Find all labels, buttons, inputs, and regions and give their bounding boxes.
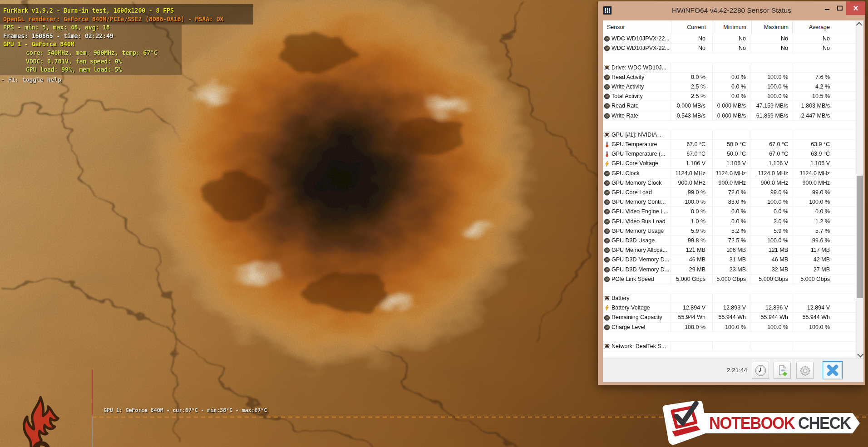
column-header-current[interactable]: Current xyxy=(671,20,713,34)
notebookcheck-text-secondary: CHECK xyxy=(798,413,851,433)
sensor-row[interactable]: Charge Level100.0 %100.0 %100.0 %100.0 % xyxy=(603,323,856,332)
sensor-row[interactable]: WDC WD10JPVX-22...NoNoNoNo xyxy=(603,34,856,44)
sensor-value: 12.893 V xyxy=(713,303,751,312)
gauge-icon xyxy=(603,208,612,215)
spacer-row xyxy=(603,121,856,130)
sensor-panel: Sensor Current Minimum Maximum Average W… xyxy=(603,20,863,382)
osd-line: VDDC: 0.781V, fan speed: 0% xyxy=(3,57,276,66)
sensor-value: 29 MB xyxy=(671,265,713,274)
sensor-value: No xyxy=(671,44,713,53)
sensor-row[interactable]: GPU Core Voltage1.106 V1.106 V1.106 V1.1… xyxy=(603,159,856,168)
gauge-icon xyxy=(603,35,612,42)
sensor-row[interactable]: GPU Video Bus Load1.0 %0.0 %3.0 %1.2 % xyxy=(603,217,856,226)
sensor-row[interactable]: GPU Memory Contr...100.0 %83.0 %100.0 %1… xyxy=(603,197,856,207)
sensor-row[interactable]: GPU Memory Usage5.9 %5.2 %5.9 %5.7 % xyxy=(603,226,856,236)
gauge-icon xyxy=(603,237,612,244)
sensor-row[interactable]: Total Activity2.5 %0.0 %100.0 %10.5 % xyxy=(603,92,856,101)
sensor-row[interactable]: Remaining Capacity55.944 Wh55.944 Wh55.9… xyxy=(603,313,856,322)
sensor-row[interactable]: GPU Memory Alloca...121 MB106 MB121 MB11… xyxy=(603,246,856,255)
sensor-value: 0.0 % xyxy=(671,73,713,82)
sensor-value: 2.447 MB/s xyxy=(792,111,856,120)
sensor-row[interactable]: GPU D3D Memory D...29 MB23 MB32 MB27 MB xyxy=(603,265,856,275)
minimize-button[interactable] xyxy=(821,1,833,15)
sensor-row[interactable]: Write Rate0.543 MB/s0.000 MB/s61.869 MB/… xyxy=(603,111,856,121)
sensor-value: 0.0 % xyxy=(713,207,751,216)
spacer-row xyxy=(603,53,856,63)
sensor-row[interactable]: PCIe Link Speed5.000 Gbps5.000 Gbps5.000… xyxy=(603,275,856,284)
gauge-icon xyxy=(603,228,612,234)
gauge-icon xyxy=(603,314,612,321)
empty-cell xyxy=(792,342,856,351)
gauge-icon xyxy=(603,180,612,186)
hwinfo-titlebar[interactable]: HWiNFO64 v4.42-2280 Sensor Status xyxy=(598,1,865,20)
sensor-value: 0.000 MB/s xyxy=(713,101,751,110)
sensor-value: 0.000 MB/s xyxy=(713,111,751,120)
sensor-value: 1.106 V xyxy=(792,159,856,168)
empty-cell xyxy=(792,294,856,303)
chip-icon xyxy=(603,132,612,138)
settings-button[interactable] xyxy=(796,362,814,379)
sensor-value: 99.0 % xyxy=(671,188,713,197)
notebookcheck-text-primary: NOTEBOOK xyxy=(709,413,794,433)
sensor-row[interactable]: Read Activity0.0 %0.0 %100.0 %7.6 % xyxy=(603,73,856,82)
vertical-scrollbar[interactable] xyxy=(856,20,863,359)
sensor-row[interactable]: GPU D3D Memory D...46 MB31 MB46 MB42 MB xyxy=(603,255,856,265)
clock-icon xyxy=(755,364,767,377)
sensor-row[interactable]: Write Activity2.5 %0.0 %100.0 %4.2 % xyxy=(603,82,856,92)
close-sensors-button[interactable] xyxy=(823,361,843,379)
close-button[interactable] xyxy=(846,1,865,15)
gauge-icon xyxy=(603,189,612,196)
sensor-label: Remaining Capacity xyxy=(612,313,671,322)
sensor-value: 100.0 % xyxy=(751,73,792,82)
sensor-value: 100.0 % xyxy=(751,82,792,91)
sensor-row[interactable]: GPU Temperature (...67.0 °C50.0 °C67.0 °… xyxy=(603,149,856,159)
volt-icon xyxy=(603,161,612,167)
sensor-label: GPU D3D Usage xyxy=(612,236,671,245)
column-header-sensor[interactable]: Sensor xyxy=(603,20,671,34)
notebookcheck-watermark: NOTEBOOKCHECK xyxy=(656,404,861,446)
sensor-value: 42 MB xyxy=(792,255,856,264)
table-header: Sensor Current Minimum Maximum Average xyxy=(603,20,856,34)
sensor-section-row[interactable]: Battery xyxy=(603,294,856,303)
temp-icon xyxy=(603,151,612,157)
gauge-icon xyxy=(603,276,612,282)
sensor-row[interactable]: GPU D3D Usage99.8 %72.5 %100.0 %99.6 % xyxy=(603,236,856,246)
sensor-value: 100.0 % xyxy=(713,323,751,332)
clock-button[interactable] xyxy=(752,362,769,379)
sensor-row[interactable]: Battery Voltage12.894 V12.893 V12.896 V1… xyxy=(603,303,856,313)
sensor-row[interactable]: WDC WD10JPVX-22...NoNoNoNo xyxy=(603,44,856,53)
sensor-label: WDC WD10JPVX-22... xyxy=(612,44,671,53)
sensor-row[interactable]: GPU Temperature67.0 °C50.0 °C67.0 °C63.9… xyxy=(603,140,856,149)
sensor-value: 1124.0 MHz xyxy=(751,169,792,178)
sensor-section-row[interactable]: Drive: WDC WD10J... xyxy=(603,63,856,73)
sensor-row[interactable]: GPU Video Engine L...0.0 %0.0 %0.0 %0.0 … xyxy=(603,207,856,216)
temp-graph-label: GPU 1: GeForce 840M - cur:67°C - min:38°… xyxy=(104,407,267,413)
sensor-label: Write Rate xyxy=(612,111,671,120)
sensor-label: GPU Memory Alloca... xyxy=(612,246,671,255)
sensor-label: GPU Temperature xyxy=(612,140,671,149)
scroll-up-arrow[interactable] xyxy=(856,20,863,28)
column-header-average[interactable]: Average xyxy=(793,20,856,34)
sensor-section-row[interactable]: GPU [#1]: NVIDIA ... xyxy=(603,130,856,140)
sensor-row[interactable]: Read Rate0.000 MB/s0.000 MB/s47.159 MB/s… xyxy=(603,101,856,111)
chip-icon xyxy=(603,295,612,301)
maximize-button[interactable] xyxy=(834,1,846,15)
scroll-down-arrow[interactable] xyxy=(856,351,863,359)
sensor-value: 1.803 MB/s xyxy=(792,101,856,110)
scrollbar-thumb[interactable] xyxy=(857,176,863,298)
sensor-row[interactable]: GPU Clock1124.0 MHz1124.0 MHz1124.0 MHz1… xyxy=(603,169,856,178)
report-button[interactable] xyxy=(774,362,791,379)
sensor-row[interactable]: GPU Memory Clock900.0 MHz900.0 MHz900.0 … xyxy=(603,178,856,188)
sensor-value: 1124.0 MHz xyxy=(713,169,751,178)
column-header-maximum[interactable]: Maximum xyxy=(752,20,793,34)
sensor-section-row[interactable]: Network: RealTek S... xyxy=(603,342,856,351)
osd-line: Frames: 160865 - time: 02:22:49 xyxy=(3,32,276,40)
sensor-row[interactable]: GPU Core Load99.0 %72.0 %99.0 %99.0 % xyxy=(603,188,856,197)
column-header-minimum[interactable]: Minimum xyxy=(713,20,752,34)
furmark-help-hint: - F1: toggle help xyxy=(1,76,61,83)
sensor-label: Battery Voltage xyxy=(612,303,671,312)
sensor-value: 10.5 % xyxy=(792,92,856,101)
sensor-label: Charge Level xyxy=(612,323,671,332)
sensor-value: 121 MB xyxy=(751,246,792,255)
sensor-label: GPU D3D Memory D... xyxy=(612,265,671,274)
